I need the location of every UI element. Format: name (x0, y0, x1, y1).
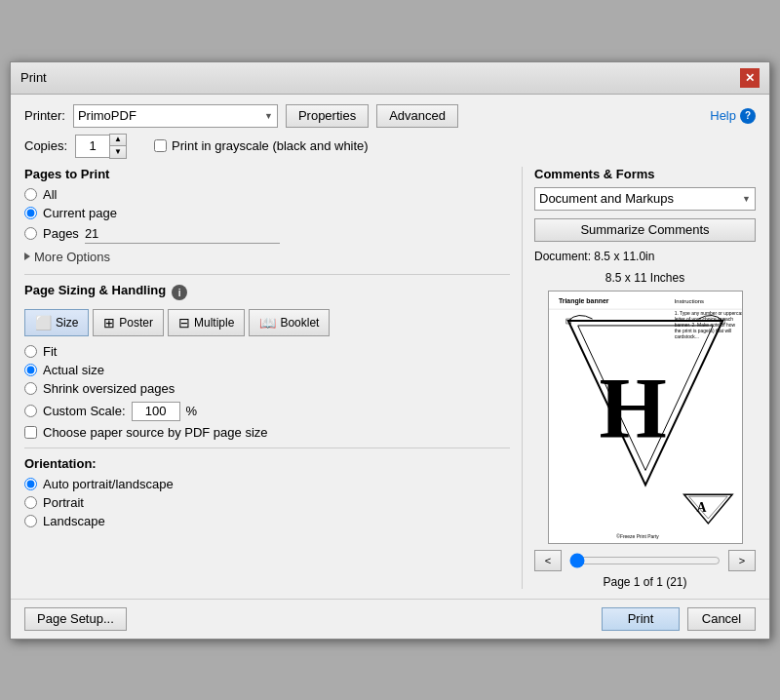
pages-radio[interactable] (24, 227, 37, 240)
pages-input[interactable] (85, 224, 280, 244)
pages-label: Pages (43, 226, 79, 241)
size-label: Size (56, 316, 78, 330)
current-page-radio-row: Current page (24, 206, 510, 220)
copies-down-button[interactable]: ▼ (110, 146, 126, 158)
pages-section-title: Pages to Print (24, 167, 510, 181)
comments-select[interactable]: Document and Markups Document Form field… (534, 187, 756, 211)
more-options[interactable]: More Options (24, 250, 510, 264)
landscape-label: Landscape (43, 514, 105, 528)
booklet-button[interactable]: 📖 Booklet (249, 309, 330, 336)
sizing-title: Page Sizing & Handling (24, 283, 166, 297)
custom-scale-label: Custom Scale: (43, 404, 126, 418)
bottom-bar: Page Setup... Print Cancel (11, 599, 769, 639)
dialog-title: Print (20, 70, 47, 85)
printer-label: Printer: (24, 108, 65, 123)
pages-radio-row: Pages (24, 224, 510, 244)
page-setup-button[interactable]: Page Setup... (24, 607, 127, 631)
actual-size-radio-row: Actual size (24, 363, 510, 377)
printer-row: Printer: PrimoPDF Properties Advanced He… (24, 104, 756, 128)
fit-radio-row: Fit (24, 344, 510, 359)
printer-select[interactable]: PrimoPDF (73, 104, 278, 128)
help-label: Help (710, 108, 736, 123)
preview-nav: < > (534, 550, 756, 571)
shrink-radio[interactable] (24, 382, 37, 395)
poster-button[interactable]: ⊞ Poster (93, 309, 164, 336)
svg-text:banner. 2. Make note of how: banner. 2. Make note of how (674, 322, 735, 327)
close-button[interactable]: ✕ (740, 68, 760, 88)
grayscale-row: Print in grayscale (black and white) (154, 138, 369, 153)
svg-text:the print is page(s) that will: the print is page(s) that will (674, 328, 731, 332)
divider-2 (24, 447, 510, 448)
custom-scale-radio[interactable] (24, 405, 37, 417)
actual-size-label: Actual size (43, 363, 104, 377)
shrink-radio-row: Shrink oversized pages (24, 381, 510, 396)
fit-label: Fit (43, 344, 57, 359)
current-page-radio[interactable] (24, 207, 37, 219)
multiple-button[interactable]: ⊟ Multiple (168, 309, 245, 336)
auto-label: Auto portrait/landscape (43, 477, 174, 491)
poster-icon: ⊞ (103, 315, 115, 331)
multiple-label: Multiple (194, 316, 234, 330)
copies-up-button[interactable]: ▲ (110, 135, 126, 146)
all-radio-label: All (43, 187, 57, 202)
svg-text:A: A (696, 500, 706, 515)
print-button[interactable]: Print (602, 607, 680, 631)
sizing-radio-group: Fit Actual size Shrink oversized pages (24, 344, 510, 396)
expand-icon (24, 253, 30, 260)
copies-label: Copies: (24, 138, 67, 153)
doc-size: Document: 8.5 x 11.0in (534, 250, 756, 263)
more-options-label: More Options (34, 250, 110, 264)
cancel-button[interactable]: Cancel (687, 607, 756, 631)
sizing-info-icon[interactable]: i (172, 285, 187, 300)
portrait-radio-row: Portrait (24, 495, 510, 510)
left-panel: Pages to Print All Current page Pages (24, 167, 510, 589)
svg-text:Instructions: Instructions (674, 298, 703, 304)
preview-container: 8.5 x 11 Inches Triangle banner Instruct… (534, 271, 756, 589)
auto-radio[interactable] (24, 478, 37, 490)
right-buttons: Print Cancel (602, 607, 756, 631)
size-button[interactable]: ⬜ Size (24, 309, 89, 336)
page-slider[interactable] (569, 553, 721, 568)
paper-source-checkbox[interactable] (24, 426, 37, 439)
portrait-label: Portrait (43, 495, 84, 510)
grayscale-label: Print in grayscale (black and white) (172, 138, 369, 153)
next-page-button[interactable]: > (728, 550, 756, 571)
auto-radio-row: Auto portrait/landscape (24, 477, 510, 491)
comments-title: Comments & Forms (534, 167, 756, 181)
poster-label: Poster (119, 316, 153, 330)
sizing-buttons: ⬜ Size ⊞ Poster ⊟ Multiple 📖 Booklet (24, 309, 510, 336)
scale-unit: % (186, 404, 198, 418)
orientation-section: Orientation: Auto portrait/landscape Por… (24, 456, 510, 528)
dialog-body: Printer: PrimoPDF Properties Advanced He… (11, 95, 769, 599)
custom-scale-row: Custom Scale: % (24, 402, 510, 421)
prev-page-button[interactable]: < (534, 550, 562, 571)
right-panel: Comments & Forms Document and Markups Do… (522, 167, 756, 589)
shrink-label: Shrink oversized pages (43, 381, 175, 396)
multiple-icon: ⊟ (178, 315, 190, 331)
summarize-button[interactable]: Summarize Comments (534, 218, 756, 242)
grayscale-checkbox[interactable] (154, 139, 167, 152)
fit-radio[interactable] (24, 345, 37, 358)
svg-text:H: H (599, 359, 666, 454)
comments-select-wrapper[interactable]: Document and Markups Document Form field… (534, 187, 756, 211)
scale-input[interactable] (132, 402, 180, 421)
portrait-radio[interactable] (24, 496, 37, 509)
advanced-button[interactable]: Advanced (376, 104, 458, 128)
copies-row: Copies: ▲ ▼ Print in grayscale (black an… (24, 134, 756, 159)
svg-text:cardstock...: cardstock... (674, 333, 698, 338)
all-radio[interactable] (24, 188, 37, 201)
copies-spinner: ▲ ▼ (109, 134, 127, 159)
landscape-radio[interactable] (24, 515, 37, 527)
svg-text:Triangle banner: Triangle banner (558, 297, 608, 305)
page-info: Page 1 of 1 (21) (603, 575, 686, 589)
actual-size-radio[interactable] (24, 364, 37, 376)
help-link[interactable]: Help ? (710, 108, 756, 124)
copies-input[interactable] (75, 135, 109, 158)
printer-select-wrapper[interactable]: PrimoPDF (73, 104, 278, 128)
orientation-title: Orientation: (24, 456, 510, 471)
size-icon: ⬜ (35, 315, 52, 331)
booklet-icon: 📖 (259, 315, 276, 331)
landscape-radio-row: Landscape (24, 514, 510, 528)
properties-button[interactable]: Properties (286, 104, 369, 128)
title-bar: Print ✕ (11, 62, 769, 95)
